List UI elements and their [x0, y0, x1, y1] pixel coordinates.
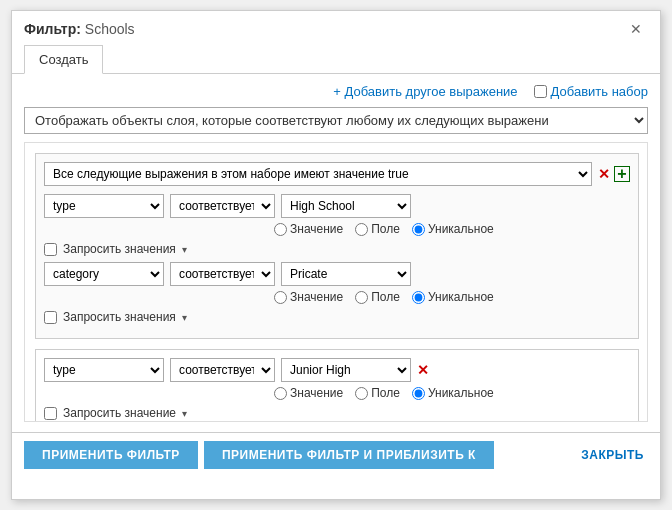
expr-field-select-1-1[interactable]: type category name	[44, 194, 164, 218]
radio-field-label-2-1[interactable]: Поле	[355, 386, 400, 400]
radio-field-label-1-1[interactable]: Поле	[355, 222, 400, 236]
title-prefix: Фильтр:	[24, 21, 81, 37]
set-block-1: Все следующие выражения в этом наборе им…	[35, 153, 639, 339]
match-select[interactable]: Отображать объекты слоя, которые соответ…	[24, 107, 648, 134]
radio-row-1-1: Значение Поле Уникальное	[274, 222, 630, 236]
filter-dialog: Фильтр: Schools ✕ Создать + Добавить дру…	[11, 10, 661, 500]
close-footer-button[interactable]: ЗАКРЫТЬ	[577, 441, 648, 469]
add-set-checkbox[interactable]	[534, 85, 547, 98]
set-header-select-1[interactable]: Все следующие выражения в этом наборе им…	[44, 162, 592, 186]
radio-unique-1-2[interactable]	[412, 291, 425, 304]
title-suffix: Schools	[85, 21, 135, 37]
ask-caret-1-1[interactable]: ▾	[182, 244, 187, 255]
radio-value-1-1[interactable]	[274, 223, 287, 236]
ask-label-2-1: Запросить значение	[63, 406, 176, 420]
radio-value-label-1-1[interactable]: Значение	[274, 222, 343, 236]
radio-value-1-2[interactable]	[274, 291, 287, 304]
ask-caret-2-1[interactable]: ▾	[182, 408, 187, 419]
add-set-row: Добавить набор	[534, 84, 648, 99]
tab-bar: Создать	[12, 45, 660, 74]
footer-left: ПРИМЕНИТЬ ФИЛЬТР ПРИМЕНИТЬ ФИЛЬТР И ПРИБ…	[24, 441, 494, 469]
radio-unique-2-1[interactable]	[412, 387, 425, 400]
ask-label-1-1: Запросить значения	[63, 242, 176, 256]
radio-value-label-1-2[interactable]: Значение	[274, 290, 343, 304]
apply-filter-zoom-button[interactable]: ПРИМЕНИТЬ ФИЛЬТР И ПРИБЛИЗИТЬ К	[204, 441, 494, 469]
expr-val-select-1-1[interactable]: High School Junior High Elementary	[281, 194, 411, 218]
radio-field-2-1[interactable]	[355, 387, 368, 400]
radio-row-2-1: Значение Поле Уникальное	[274, 386, 630, 400]
dialog-footer: ПРИМЕНИТЬ ФИЛЬТР ПРИМЕНИТЬ ФИЛЬТР И ПРИБ…	[12, 432, 660, 477]
expr-row-1-2: category type name соответствует не соот…	[44, 262, 630, 286]
filter-area[interactable]: Все следующие выражения в этом наборе им…	[24, 142, 648, 422]
radio-unique-label-2-1[interactable]: Уникальное	[412, 386, 494, 400]
expr-row-1-1: type category name соответствует не соот…	[44, 194, 630, 218]
ask-check-row-2-1: Запросить значение ▾	[44, 406, 630, 420]
radio-row-1-2: Значение Поле Уникальное	[274, 290, 630, 304]
expr-val-select-1-2[interactable]: Pricate Public Charter	[281, 262, 411, 286]
ask-caret-1-2[interactable]: ▾	[182, 312, 187, 323]
radio-field-1-2[interactable]	[355, 291, 368, 304]
ask-label-1-2: Запросить значения	[63, 310, 176, 324]
radio-field-1-1[interactable]	[355, 223, 368, 236]
radio-value-2-1[interactable]	[274, 387, 287, 400]
remove-expr-btn-2-1[interactable]: ✕	[417, 362, 429, 378]
add-expr-to-set-icon-1[interactable]: +	[614, 166, 630, 182]
dialog-title: Фильтр: Schools	[24, 21, 135, 37]
expr-op-select-1-2[interactable]: соответствует не соответствует	[170, 262, 275, 286]
expr-row-2-1: type category name соответствует не соот…	[44, 358, 630, 382]
filter-scroll-content: Все следующие выражения в этом наборе им…	[25, 143, 647, 422]
ask-check-row-1-1: Запросить значения ▾	[44, 242, 630, 256]
tab-create[interactable]: Создать	[24, 45, 103, 74]
apply-filter-button[interactable]: ПРИМЕНИТЬ ФИЛЬТР	[24, 441, 198, 469]
dialog-titlebar: Фильтр: Schools ✕	[12, 11, 660, 45]
radio-field-label-1-2[interactable]: Поле	[355, 290, 400, 304]
match-row: Отображать объекты слоя, которые соответ…	[24, 107, 648, 134]
toolbar-row: + Добавить другое выражение Добавить наб…	[24, 84, 648, 99]
ask-checkbox-1-1[interactable]	[44, 243, 57, 256]
add-expression-link[interactable]: + Добавить другое выражение	[333, 84, 517, 99]
set-block-2: type category name соответствует не соот…	[35, 349, 639, 422]
expr-field-select-2-1[interactable]: type category name	[44, 358, 164, 382]
expr-field-select-1-2[interactable]: category type name	[44, 262, 164, 286]
dialog-body: + Добавить другое выражение Добавить наб…	[12, 74, 660, 432]
radio-unique-1-1[interactable]	[412, 223, 425, 236]
radio-unique-label-1-1[interactable]: Уникальное	[412, 222, 494, 236]
remove-set-icon-1[interactable]: ✕	[598, 166, 610, 182]
set-actions-1: ✕ +	[598, 166, 630, 182]
expr-op-select-2-1[interactable]: соответствует не соответствует	[170, 358, 275, 382]
ask-checkbox-2-1[interactable]	[44, 407, 57, 420]
set-header-1: Все следующие выражения в этом наборе им…	[44, 162, 630, 186]
expr-op-select-1-1[interactable]: соответствует не соответствует	[170, 194, 275, 218]
expr-val-select-2-1[interactable]: Junior High High School Elementary	[281, 358, 411, 382]
close-icon[interactable]: ✕	[624, 19, 648, 39]
radio-unique-label-1-2[interactable]: Уникальное	[412, 290, 494, 304]
add-set-label: Добавить набор	[551, 84, 648, 99]
radio-value-label-2-1[interactable]: Значение	[274, 386, 343, 400]
ask-checkbox-1-2[interactable]	[44, 311, 57, 324]
ask-check-row-1-2: Запросить значения ▾	[44, 310, 630, 324]
